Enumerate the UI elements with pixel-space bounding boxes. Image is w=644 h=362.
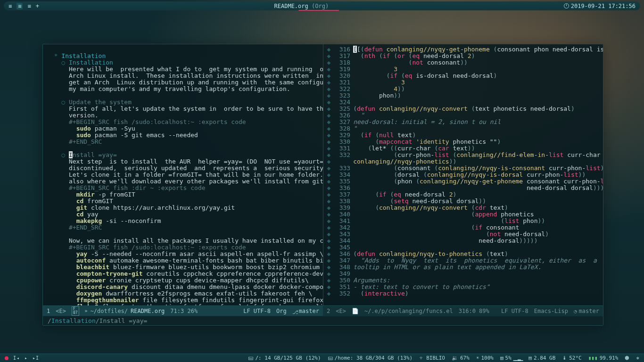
modeline-right: 2 <E> 📄 ~/.e/p/conlanging/funcs.el 316:0… — [323, 305, 603, 316]
modeline-left: 1 <E> F07 » ~/dotfiles/README.org 71:3 2… — [43, 305, 323, 316]
src-end: #+END_SRC — [69, 138, 102, 145]
sun-icon: ☀ — [476, 355, 479, 361]
breadcrumb-section[interactable]: Install =yay= — [99, 317, 148, 324]
body-text: Here will be presented what I do to get … — [69, 66, 323, 73]
breadcrumb-section[interactable]: Installation — [51, 317, 96, 324]
body-text: discontinued, seriously updated and repr… — [69, 165, 323, 172]
disk-icon: 🖴 — [248, 355, 253, 361]
clock-icon — [574, 308, 577, 314]
git-branch: master — [292, 308, 319, 314]
left-pane[interactable]: * Installation ○ Installation Here will … — [43, 44, 323, 305]
encoding: LF UTF-8 — [501, 308, 528, 314]
evil-state: <E> — [336, 308, 346, 314]
wifi-icon: ᯤ — [419, 355, 424, 361]
clock-text: 2019-09-21 17:21:56 — [571, 3, 636, 9]
disk-home: 🖴/home: 38 GB/304 GB (13%) — [328, 355, 413, 361]
split-panes: * Installation ○ Installation Here will … — [43, 44, 603, 305]
editor-window: * Installation ○ Installation Here will … — [42, 44, 603, 326]
body-text: Next step is to install the AUR helper =… — [69, 158, 323, 165]
body-text: Let's clone it in a folder =fromGIT= tha… — [69, 171, 323, 178]
cpu-icon: ▥ — [500, 355, 504, 361]
body-text: also where we'll download every other pa… — [69, 178, 323, 185]
src-begin: #+BEGIN_SRC fish /sudo:localhost:~ :expo… — [69, 118, 246, 125]
media-prev-icon[interactable]: I◂ — [13, 355, 20, 361]
body-text: First of all, let's update the system in… — [69, 105, 323, 112]
heading-installation: Installation — [61, 52, 106, 59]
window-number: 1 — [47, 308, 50, 314]
major-mode: Org — [276, 308, 287, 314]
src-begin: #+BEGIN_SRC fish :dir ~ :exports code — [69, 184, 206, 191]
filetype-icon: 📄 — [352, 308, 359, 314]
record-icon[interactable] — [5, 356, 8, 360]
src-end: #+END_SRC — [69, 224, 102, 231]
body-text: my main computer's and my travelling lap… — [69, 85, 290, 92]
window-number: 2 — [327, 308, 330, 314]
modelines: 1 <E> F07 » ~/dotfiles/README.org 71:3 2… — [43, 305, 603, 316]
active-tab-underline — [298, 10, 339, 11]
body-text: version. — [69, 112, 99, 119]
media-play-icon[interactable]: ▸ — [25, 355, 28, 361]
discord-icon[interactable]: ⬢ — [625, 355, 629, 361]
body-text: Arch Linux install. These installation i… — [69, 72, 323, 79]
breadcrumb: /Installation/Install =yay= — [43, 316, 603, 325]
brightness[interactable]: ☀100% — [476, 355, 494, 361]
heading-update: Update the system — [69, 99, 132, 106]
git-icon — [292, 309, 297, 313]
heading-installation-sub: Installation — [69, 59, 113, 66]
filetype-icon: F07 — [72, 306, 79, 316]
clock: 2019-09-21 17:21:56 — [564, 3, 636, 9]
disk-icon: 🖴 — [328, 355, 333, 361]
thermometer-icon: 🌡 — [562, 355, 567, 361]
file-path: ~/.e/p/conlanging/funcs.el — [364, 308, 453, 314]
cursor-position: 316:0 89% — [459, 308, 489, 314]
add-icon[interactable]: + — [36, 3, 39, 9]
encoding: LF UTF-8 — [243, 308, 271, 314]
ram-icon: ▤ — [528, 355, 532, 361]
major-mode: Emacs-Lisp — [534, 308, 568, 314]
src-begin: #+BEGIN_SRC fish /sudo:localhost:~ :expo… — [69, 244, 246, 251]
menu-icon[interactable]: ≡ — [17, 3, 23, 9]
ram: ▤2.84 GB — [528, 355, 555, 361]
file-path: » ~/dotfiles/README.org — [85, 308, 165, 314]
titlebar-controls: ≡ ≡ ≡ + — [8, 3, 39, 9]
battery-icon: ▮▮▮ — [588, 355, 598, 361]
body-text: get an Arch Linux distribution up and ru… — [69, 79, 323, 86]
cmd: sudo — [76, 125, 91, 132]
window-title: README.org (Org) — [39, 3, 564, 9]
temp: 🌡52°C — [562, 355, 582, 361]
right-pane[interactable]: ◆ 316[[(defun conlanging//nyqy-get-phone… — [323, 44, 603, 305]
cursor-position: 71:3 26% — [170, 308, 198, 314]
menu-icon[interactable]: ≡ — [8, 3, 12, 9]
menu-icon[interactable]: ≡ — [27, 3, 31, 9]
title-mode: (Org) — [312, 3, 329, 9]
battery: ▮▮▮99.91% — [588, 355, 619, 361]
volume-icon: 🔉 — [452, 355, 458, 361]
body-text: Now, we can install all the packages I u… — [69, 237, 323, 244]
cpu: ▥5% ▁▁▂▁ — [500, 355, 522, 361]
disk-root: 🖴/: 14 GB/125 GB (12%) — [248, 355, 321, 361]
cmd: sudo — [76, 132, 91, 139]
system-bar: I◂ ▸ ▸I 🖴/: 14 GB/125 GB (12%) 🖴/home: 3… — [0, 354, 644, 362]
location-icon[interactable]: ⎈ — [636, 355, 639, 361]
evil-state: <E> — [56, 308, 66, 314]
clock-icon — [564, 3, 569, 8]
title-text: README.org — [274, 3, 308, 9]
window-titlebar: ≡ ≡ ≡ + README.org (Org) 2019-09-21 17:2… — [4, 1, 640, 10]
wifi[interactable]: ᯤBIBLIO — [419, 355, 445, 361]
media-next-icon[interactable]: ▸I — [33, 355, 39, 361]
volume[interactable]: 🔉67% — [452, 355, 470, 361]
git-branch: master — [574, 308, 599, 314]
